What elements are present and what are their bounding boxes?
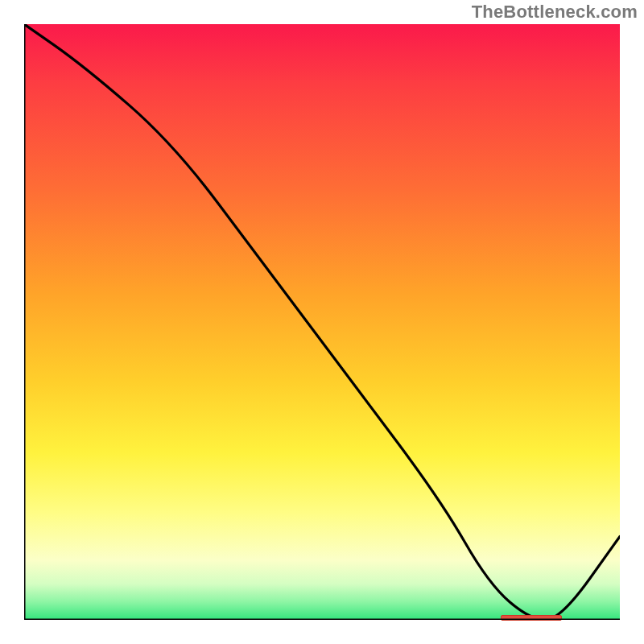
chart-container: TheBottleneck.com xyxy=(0,0,644,644)
watermark-text: TheBottleneck.com xyxy=(472,2,638,23)
heat-gradient-background xyxy=(24,24,620,620)
optimal-range-marker xyxy=(501,615,562,621)
